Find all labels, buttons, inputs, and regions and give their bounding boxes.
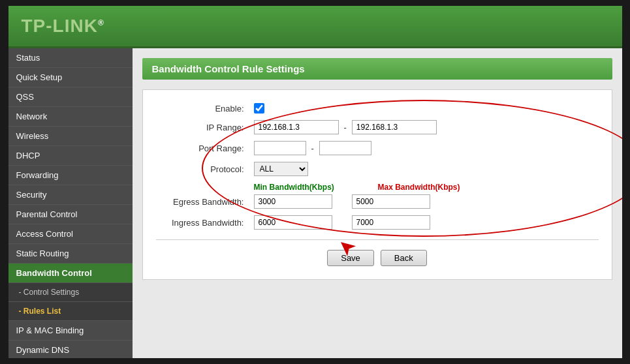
protocol-label: Protocol: — [156, 164, 254, 174]
sidebar-item-parental-control[interactable]: Parental Control — [8, 205, 133, 224]
button-row: ➤ Save Back — [156, 250, 599, 266]
sidebar-item-dhcp[interactable]: DHCP — [8, 146, 133, 166]
logo-text: TP-LINK — [22, 16, 98, 36]
sidebar-item-ip-mac-binding[interactable]: IP & MAC Binding — [8, 321, 133, 341]
section-title: Bandwidth Control Rule Settings — [142, 58, 612, 80]
ingress-max-input[interactable] — [352, 215, 430, 230]
sidebar-item-network[interactable]: Network — [8, 107, 133, 127]
sidebar-item-wireless[interactable]: Wireless — [8, 127, 133, 146]
enable-row: Enable: — [156, 103, 599, 114]
ip-range-row: IP Range: - — [156, 120, 599, 134]
sidebar-item-quick-setup[interactable]: Quick Setup — [8, 68, 133, 87]
enable-label: Enable: — [156, 104, 254, 114]
logo-reg: ® — [98, 18, 104, 27]
port-range-label: Port Range: — [156, 144, 254, 153]
ingress-row: Ingress Bandwidth: — [156, 215, 599, 230]
sidebar-item-rules-list[interactable]: - Rules List — [8, 302, 133, 321]
back-button[interactable]: Back — [381, 250, 427, 266]
port-range-separator: - — [311, 144, 314, 153]
protocol-select[interactable]: ALL TCP UDP TCP/UDP — [254, 162, 308, 176]
ip-range-separator: - — [344, 123, 347, 132]
port-range-row: Port Range: - — [156, 141, 599, 155]
ip-range-label: IP Range: — [156, 123, 254, 132]
protocol-row: Protocol: ALL TCP UDP TCP/UDP — [156, 162, 599, 176]
logo: TP-LINK® — [22, 16, 104, 37]
form-container: Enable: IP Range: - Port Range: - — [142, 89, 612, 280]
main-content: Bandwidth Control Rule Settings Enable: … — [133, 48, 622, 358]
bw-header-row: Min Bandwidth(Kbps) Max Bandwidth(Kbps) — [156, 183, 599, 192]
ip-range-from-input[interactable] — [254, 120, 339, 134]
sidebar-item-access-control[interactable]: Access Control — [8, 224, 133, 244]
egress-min-input[interactable] — [254, 194, 332, 209]
ingress-min-input[interactable] — [254, 215, 332, 230]
ip-range-to-input[interactable] — [352, 120, 437, 134]
ingress-label: Ingress Bandwidth: — [156, 218, 254, 228]
header: TP-LINK® — [8, 6, 622, 48]
max-bw-header: Max Bandwidth(Kbps) — [378, 183, 469, 192]
sidebar-item-qss[interactable]: QSS — [8, 87, 133, 107]
port-range-to-input[interactable] — [319, 141, 371, 155]
sidebar-item-forwarding[interactable]: Forwarding — [8, 166, 133, 185]
sidebar-item-static-routing[interactable]: Static Routing — [8, 244, 133, 264]
sidebar-item-control-settings[interactable]: - Control Settings — [8, 283, 133, 302]
sidebar: StatusQuick SetupQSSNetworkWirelessDHCPF… — [8, 48, 133, 358]
egress-row: Egress Bandwidth: — [156, 194, 599, 209]
sidebar-item-security[interactable]: Security — [8, 185, 133, 205]
sidebar-item-dynamic-dns[interactable]: Dynamic DNS — [8, 341, 133, 358]
sidebar-item-status[interactable]: Status — [8, 48, 133, 68]
egress-max-input[interactable] — [352, 194, 430, 209]
enable-checkbox[interactable] — [254, 103, 264, 114]
min-bw-header: Min Bandwidth(Kbps) — [254, 183, 345, 192]
divider — [156, 239, 599, 240]
port-range-from-input[interactable] — [254, 141, 306, 155]
egress-label: Egress Bandwidth: — [156, 197, 254, 207]
sidebar-item-bandwidth-control[interactable]: Bandwidth Control — [8, 264, 133, 283]
